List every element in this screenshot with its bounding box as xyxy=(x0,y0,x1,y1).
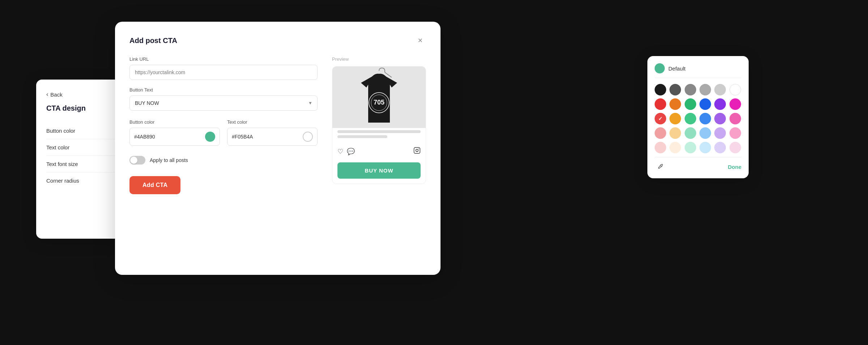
preview-line-2 xyxy=(337,135,387,138)
color-dot-green[interactable] xyxy=(685,98,696,110)
color-dot-midpurple[interactable] xyxy=(714,113,726,124)
picker-header: Default xyxy=(655,63,741,78)
color-dot-purple[interactable] xyxy=(714,98,726,110)
button-text-label: Button Text xyxy=(129,87,318,93)
apply-all-toggle[interactable] xyxy=(129,156,145,165)
button-text-select-wrapper: BUY NOW SHOP NOW LEARN MORE ▼ xyxy=(129,95,318,111)
picker-default-dot xyxy=(655,63,665,73)
color-dot-midorange[interactable] xyxy=(669,113,681,124)
preview-image: 705 xyxy=(332,67,426,128)
svg-point-5 xyxy=(416,149,418,152)
preview-card: 705 ♡ 💬 xyxy=(332,66,426,184)
preview-label: Preview xyxy=(332,56,426,62)
toggle-row: Apply to all posts xyxy=(129,156,318,165)
color-dot-lightgrey[interactable] xyxy=(714,84,726,95)
text-color-field: Text color #F05B4A xyxy=(227,119,318,146)
preview-lines xyxy=(332,128,426,143)
button-color-value: #4AB890 xyxy=(134,134,201,140)
color-dot-black[interactable] xyxy=(655,84,666,95)
preview-side: Preview 705 xyxy=(332,56,426,194)
color-grid xyxy=(655,84,741,153)
color-dot-lightmint[interactable] xyxy=(685,127,696,139)
color-dot-lightrose[interactable] xyxy=(729,127,741,139)
modal-title: Add post CTA xyxy=(129,37,177,45)
modal-body: Link URL Button Text BUY NOW SHOP NOW LE… xyxy=(129,56,426,194)
color-dot-lightsalmon[interactable] xyxy=(655,127,666,139)
done-button[interactable]: Done xyxy=(728,164,742,170)
color-dot-midblue[interactable] xyxy=(699,113,711,124)
color-dot-lightsky[interactable] xyxy=(699,127,711,139)
form-side: Link URL Button Text BUY NOW SHOP NOW LE… xyxy=(129,56,318,194)
color-dot-palecream[interactable] xyxy=(669,142,681,153)
eyedropper-button[interactable] xyxy=(655,161,666,172)
color-row: Button color #4AB890 Text color #F05B4A xyxy=(129,119,318,146)
svg-rect-4 xyxy=(414,148,420,154)
color-dot-paleblue[interactable] xyxy=(699,142,711,153)
comment-icon[interactable]: 💬 xyxy=(347,148,355,156)
back-arrow-icon: ‹ xyxy=(46,91,48,98)
color-dot-midgreen[interactable] xyxy=(685,113,696,124)
button-color-input[interactable]: #4AB890 xyxy=(129,128,220,146)
color-picker-panel: Default xyxy=(647,56,749,178)
color-dot-palepink[interactable] xyxy=(729,142,741,153)
text-color-label: Text color xyxy=(227,119,318,125)
picker-footer: Done xyxy=(655,157,741,172)
color-dot-orange[interactable] xyxy=(669,98,681,110)
svg-text:705: 705 xyxy=(374,99,384,106)
button-color-label: Button color xyxy=(129,119,220,125)
heart-icon[interactable]: ♡ xyxy=(337,148,343,156)
button-color-swatch xyxy=(205,132,215,142)
color-dot-midred-selected[interactable] xyxy=(655,113,666,124)
back-label: Back xyxy=(50,91,62,98)
add-cta-button[interactable]: Add CTA xyxy=(129,176,180,194)
color-dot-pink[interactable] xyxy=(729,98,741,110)
color-dot-lightpeach[interactable] xyxy=(669,127,681,139)
action-icons: ♡ 💬 xyxy=(337,148,413,156)
color-dot-darkgrey[interactable] xyxy=(669,84,681,95)
close-button[interactable]: × xyxy=(414,35,426,46)
button-text-select[interactable]: BUY NOW SHOP NOW LEARN MORE xyxy=(129,95,318,111)
instagram-icon[interactable] xyxy=(413,147,421,156)
link-url-input[interactable] xyxy=(129,65,318,80)
picker-default-label: Default xyxy=(668,65,686,72)
color-dot-white[interactable] xyxy=(729,84,741,95)
color-dot-blue[interactable] xyxy=(699,98,711,110)
preview-actions: ♡ 💬 xyxy=(332,143,426,159)
svg-point-6 xyxy=(418,149,419,149)
text-color-value: #F05B4A xyxy=(232,134,299,140)
color-dot-lightlavender[interactable] xyxy=(714,127,726,139)
color-dot-medgrey[interactable] xyxy=(699,84,711,95)
modal-header: Add post CTA × xyxy=(129,35,426,46)
toggle-label: Apply to all posts xyxy=(150,157,188,163)
color-dot-palegreen[interactable] xyxy=(685,142,696,153)
text-color-swatch xyxy=(303,132,313,142)
preview-buy-now-button[interactable]: BUY NOW xyxy=(337,162,421,179)
color-dot-red[interactable] xyxy=(655,98,666,110)
button-color-field: Button color #4AB890 xyxy=(129,119,220,146)
color-dot-midpink[interactable] xyxy=(729,113,741,124)
color-dot-palelav[interactable] xyxy=(714,142,726,153)
preview-line-1 xyxy=(337,130,421,133)
toggle-knob xyxy=(130,157,137,164)
color-dot-grey[interactable] xyxy=(685,84,696,95)
text-color-input[interactable]: #F05B4A xyxy=(227,128,318,146)
color-dot-palerose[interactable] xyxy=(655,142,666,153)
link-url-label: Link URL xyxy=(129,56,318,62)
tshirt-svg: 705 xyxy=(354,67,404,128)
main-modal: Add post CTA × Link URL Button Text BUY … xyxy=(115,22,441,275)
